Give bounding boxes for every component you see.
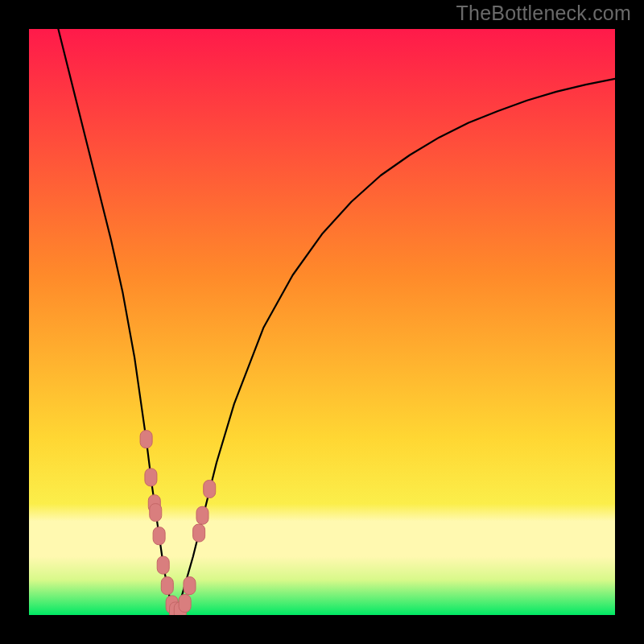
- data-marker: [153, 527, 165, 545]
- data-marker: [184, 577, 196, 595]
- data-marker: [196, 506, 208, 524]
- data-marker: [145, 469, 157, 486]
- gradient-background: [29, 29, 615, 615]
- plot-area: [29, 29, 615, 615]
- chart-container: TheBottleneck.com: [0, 0, 644, 644]
- data-marker: [161, 577, 173, 595]
- data-marker: [157, 556, 169, 574]
- watermark-text: TheBottleneck.com: [456, 2, 631, 25]
- data-marker: [150, 504, 162, 522]
- bottleneck-chart: [29, 29, 615, 615]
- data-marker: [204, 480, 216, 497]
- data-marker: [140, 431, 152, 448]
- data-marker: [179, 594, 191, 612]
- data-marker: [193, 524, 205, 542]
